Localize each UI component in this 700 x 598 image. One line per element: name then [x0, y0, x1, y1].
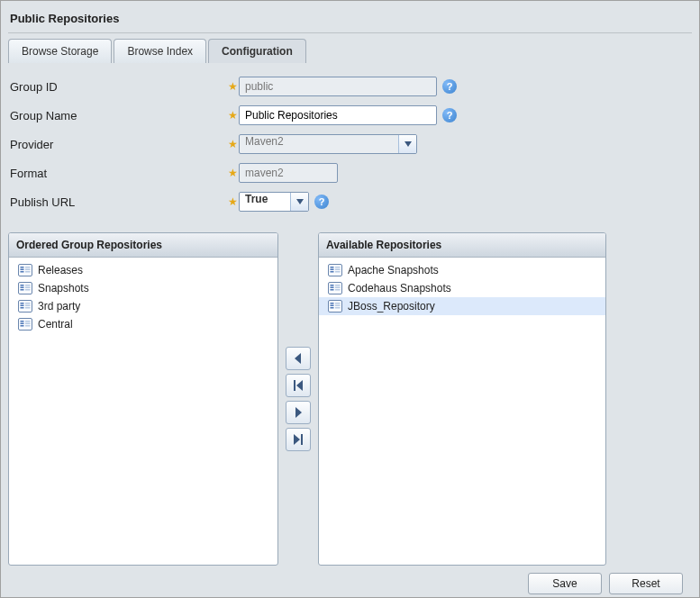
repository-icon [18, 264, 32, 276]
group-id-label: Group ID [10, 80, 226, 94]
move-left-button[interactable] [286, 347, 311, 370]
svg-marker-12 [295, 407, 302, 418]
required-icon: ★ [226, 167, 239, 179]
svg-marker-9 [295, 353, 301, 364]
list-item-label: Apache Snapshots [348, 264, 439, 276]
tab-bar: Browse Storage Browse Index Configuratio… [8, 33, 692, 63]
group-id-field: public [239, 77, 437, 96]
move-all-right-button[interactable] [286, 428, 311, 451]
publish-url-label: Publish URL [10, 195, 226, 209]
svg-rect-14 [301, 434, 303, 445]
help-icon[interactable]: ? [442, 79, 457, 94]
reset-button[interactable]: Reset [609, 573, 683, 594]
list-item[interactable]: Snapshots [9, 279, 277, 297]
list-item[interactable]: Central [9, 315, 277, 333]
group-name-field[interactable] [239, 105, 437, 125]
list-item-label: Releases [38, 264, 83, 276]
transfer-buttons [286, 347, 311, 451]
repository-config-panel: Public Repositories Browse Storage Brows… [8, 8, 692, 594]
list-item[interactable]: Apache Snapshots [319, 261, 605, 279]
list-item-label: Codehaus Snapshots [348, 282, 451, 294]
config-form: Group ID ★ public ? Group Name ★ ? Provi… [8, 63, 692, 216]
help-icon[interactable]: ? [442, 108, 457, 122]
move-all-left-button[interactable] [286, 374, 311, 397]
repository-icon [328, 300, 342, 313]
format-label: Format [10, 167, 226, 180]
list-item[interactable]: Codehaus Snapshots [319, 279, 605, 297]
move-right-button[interactable] [286, 401, 311, 424]
required-icon: ★ [226, 109, 239, 122]
publish-url-select[interactable]: True [239, 192, 309, 212]
repository-icon [328, 264, 342, 276]
group-name-label: Group Name [10, 109, 226, 122]
ordered-repos-list: Ordered Group Repositories ReleasesSnaps… [8, 232, 278, 566]
repository-icon [18, 318, 32, 331]
list-item[interactable]: JBoss_Repository [319, 297, 605, 315]
list-item-label: 3rd party [38, 300, 80, 313]
tab-browse-index[interactable]: Browse Index [114, 39, 206, 63]
format-field: maven2 [239, 163, 338, 183]
footer-buttons: Save Reset [8, 566, 692, 594]
svg-marker-7 [405, 141, 412, 147]
svg-marker-8 [296, 199, 304, 204]
available-list-body[interactable]: Apache SnapshotsCodehaus SnapshotsJBoss_… [319, 258, 605, 565]
available-list-header: Available Repositories [319, 233, 605, 258]
svg-rect-11 [294, 380, 295, 391]
save-button[interactable]: Save [528, 573, 602, 594]
provider-select: Maven2 [239, 134, 417, 154]
repository-icon [18, 282, 32, 294]
required-icon: ★ [226, 138, 239, 150]
tab-browse-storage[interactable]: Browse Storage [8, 39, 112, 63]
list-item-label: Central [38, 318, 73, 331]
svg-marker-13 [294, 434, 300, 445]
chevron-down-icon [398, 135, 416, 153]
ordered-list-body[interactable]: ReleasesSnapshots3rd partyCentral [9, 258, 277, 565]
tab-configuration[interactable]: Configuration [208, 39, 306, 63]
repository-icon [18, 300, 32, 313]
transfer-picker: Ordered Group Repositories ReleasesSnaps… [8, 232, 692, 566]
list-item[interactable]: 3rd party [9, 297, 277, 315]
ordered-list-header: Ordered Group Repositories [9, 233, 277, 258]
svg-marker-10 [296, 380, 303, 391]
required-icon: ★ [226, 195, 239, 208]
list-item-label: Snapshots [38, 282, 89, 294]
provider-label: Provider [10, 138, 226, 151]
available-repos-list: Available Repositories Apache SnapshotsC… [318, 232, 606, 566]
list-item-label: JBoss_Repository [348, 300, 435, 313]
panel-title: Public Repositories [8, 8, 692, 33]
repository-icon [328, 282, 342, 294]
help-icon[interactable]: ? [314, 195, 329, 209]
list-item[interactable]: Releases [9, 261, 277, 279]
required-icon: ★ [226, 80, 239, 93]
chevron-down-icon[interactable] [290, 193, 308, 211]
